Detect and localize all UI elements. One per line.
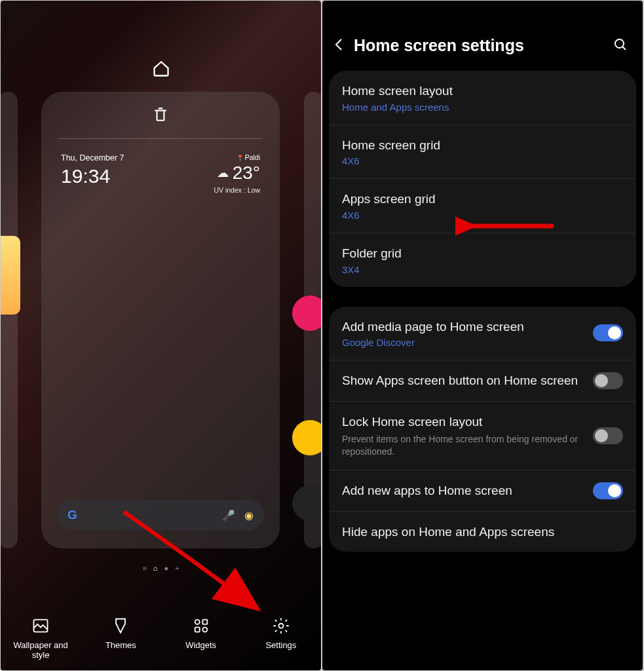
row-subtitle: Google Discover xyxy=(342,337,582,348)
temperature-label: ☁ 23° xyxy=(214,163,260,183)
screen-home-settings: Home screen settings Home screen layout … xyxy=(322,1,643,670)
row-apps-screen-grid[interactable]: Apps screen grid 4X6 xyxy=(329,179,636,233)
toggle-add-new-apps[interactable] xyxy=(593,482,623,499)
wallpaper-icon xyxy=(31,617,50,635)
settings-header: Home screen settings xyxy=(322,1,643,71)
partial-widget xyxy=(1,236,20,315)
home-page-preview[interactable]: Thu, December 7 19:34 Paldi ☁ 23° UV ind… xyxy=(41,92,280,548)
row-lock-home-layout[interactable]: Lock Home screen layout Prevent items on… xyxy=(329,402,636,470)
row-title: Apps screen grid xyxy=(342,191,623,208)
back-button[interactable] xyxy=(331,37,347,55)
row-title: Add media page to Home screen xyxy=(342,318,582,336)
page-title: Home screen settings xyxy=(354,36,606,55)
tab-label: Wallpaper and style xyxy=(5,640,77,660)
row-add-media-page[interactable]: Add media page to Home screen Google Dis… xyxy=(329,307,636,361)
row-home-screen-grid[interactable]: Home screen grid 4X6 xyxy=(329,125,636,180)
tab-label: Widgets xyxy=(185,640,216,650)
google-logo-icon: G xyxy=(67,508,77,522)
panel-lines-icon: ≡ xyxy=(142,564,146,572)
home-dot-icon: ⌂ xyxy=(153,564,158,572)
toggle-add-media-page[interactable] xyxy=(593,324,623,341)
cloud-icon: ☁ xyxy=(217,166,229,180)
row-description: Prevent items on the Home screen from be… xyxy=(342,433,582,458)
temperature-value: 23° xyxy=(233,163,260,183)
row-title: Add new apps to Home screen xyxy=(342,482,582,499)
settings-group-layout: Home screen layout Home and Apps screens… xyxy=(329,71,636,287)
location-label: Paldi xyxy=(214,153,260,161)
svg-rect-2 xyxy=(202,620,207,624)
toggle-show-apps-button[interactable] xyxy=(593,372,623,389)
settings-group-options: Add media page to Home screen Google Dis… xyxy=(329,307,636,552)
dot-icon: ● xyxy=(164,564,168,572)
row-title: Lock Home screen layout xyxy=(342,413,582,431)
row-title: Show Apps screen button on Home screen xyxy=(342,372,582,389)
gear-icon xyxy=(272,617,290,635)
tab-settings[interactable]: Settings xyxy=(245,617,317,660)
weather-widget[interactable]: Thu, December 7 19:34 Paldi ☁ 23° UV ind… xyxy=(41,139,280,194)
row-title: Home screen layout xyxy=(342,83,623,100)
tab-widgets[interactable]: Widgets xyxy=(165,617,237,660)
row-folder-grid[interactable]: Folder grid 3X4 xyxy=(329,233,636,287)
folder-icon xyxy=(292,420,321,455)
mic-icon[interactable]: 🎤 xyxy=(222,509,235,522)
row-show-apps-button[interactable]: Show Apps screen button on Home screen xyxy=(329,360,636,402)
time-label: 19:34 xyxy=(61,165,124,187)
lens-icon[interactable]: ◉ xyxy=(244,509,254,522)
preview-prev-page[interactable] xyxy=(1,92,18,548)
tab-wallpaper[interactable]: Wallpaper and style xyxy=(5,617,77,660)
widgets-icon xyxy=(192,617,210,635)
tab-themes[interactable]: Themes xyxy=(85,617,157,660)
row-hide-apps[interactable]: Hide apps on Home and Apps screens xyxy=(329,512,636,552)
tab-label: Themes xyxy=(105,640,136,650)
toggle-lock-home-layout[interactable] xyxy=(593,427,623,444)
row-subtitle: 4X6 xyxy=(342,210,623,221)
row-subtitle: Home and Apps screens xyxy=(342,102,623,113)
home-icon[interactable] xyxy=(152,60,170,83)
tab-label: Settings xyxy=(265,640,296,650)
screen-home-editor: Thu, December 7 19:34 Paldi ☁ 23° UV ind… xyxy=(1,1,321,670)
google-search-bar[interactable]: G 🎤 ◉ xyxy=(57,500,264,530)
row-title: Home screen grid xyxy=(342,137,623,154)
svg-point-5 xyxy=(278,624,283,628)
row-subtitle: 4X6 xyxy=(342,155,623,166)
date-label: Thu, December 7 xyxy=(61,153,124,163)
svg-rect-3 xyxy=(195,627,199,632)
row-title: Hide apps on Home and Apps screens xyxy=(342,524,623,541)
svg-point-7 xyxy=(615,39,624,48)
svg-point-4 xyxy=(202,627,207,632)
page-indicator: ≡ ⌂ ● + xyxy=(142,564,179,572)
editor-bottom-tabs: Wallpaper and style Themes Widgets Setti… xyxy=(1,617,321,660)
row-add-new-apps[interactable]: Add new apps to Home screen xyxy=(329,470,636,512)
row-home-screen-layout[interactable]: Home screen layout Home and Apps screens xyxy=(329,71,636,125)
add-page-icon[interactable]: + xyxy=(175,564,179,572)
row-title: Folder grid xyxy=(342,245,623,262)
uv-label: UV index : Low xyxy=(214,186,260,194)
trash-icon[interactable] xyxy=(152,104,169,126)
search-button[interactable] xyxy=(613,37,628,55)
svg-point-1 xyxy=(195,620,199,624)
row-subtitle: 3X4 xyxy=(342,264,623,275)
folder-icon xyxy=(292,486,321,521)
folder-icon xyxy=(292,296,321,331)
themes-icon xyxy=(111,617,130,635)
